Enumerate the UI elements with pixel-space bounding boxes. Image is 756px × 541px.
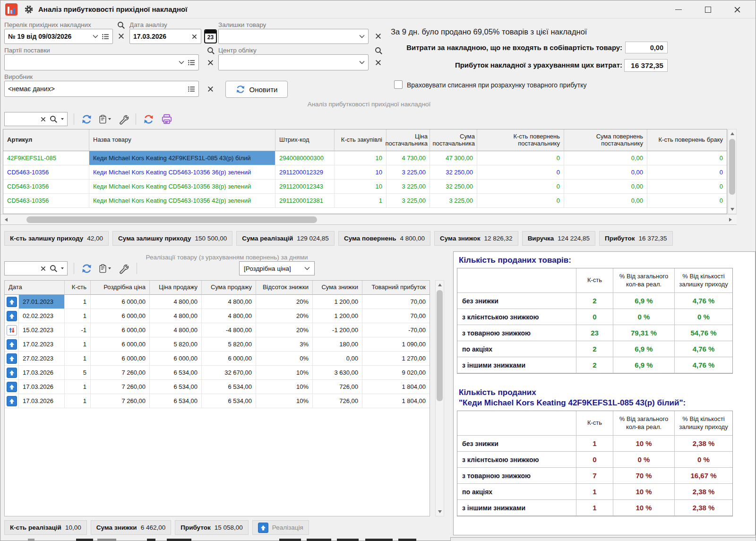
cell-discount-sum[interactable]: -1 200,00	[313, 323, 362, 337]
table-row[interactable]: 02.02.2023 1 6 000,00 4 800,00 4 800,00 …	[5, 309, 430, 323]
cell-date[interactable]: 17.02.2023	[19, 337, 65, 352]
cell-sale-price[interactable]: 6 534,00	[150, 380, 202, 394]
cell-sale-sum[interactable]: 32 670,00	[202, 366, 256, 380]
clear-search-icon[interactable]	[40, 266, 46, 272]
cell-barcode[interactable]: 2911200012329	[275, 165, 335, 180]
column-header[interactable]: Дата	[5, 281, 65, 295]
cell-article[interactable]: CD5463-10356	[3, 165, 89, 180]
cell-return-qty[interactable]: 0	[477, 180, 564, 194]
table-row[interactable]: 27.02.2023 1 6 000,00 6 000,00 6 000,00 …	[5, 352, 430, 366]
cell-qty[interactable]: -1	[65, 323, 91, 337]
cell-article[interactable]: 42F9KEFS1L-085	[3, 151, 89, 165]
cell-discount-percent[interactable]: 20%	[256, 295, 313, 309]
cell-date[interactable]: 27.01.2023	[19, 295, 65, 309]
table-row[interactable]: 27.01.2023 1 6 000,00 4 800,00 4 800,00 …	[5, 295, 430, 309]
clear-search-icon[interactable]	[40, 116, 46, 122]
cell-discount-percent[interactable]: 10%	[256, 366, 313, 380]
column-header[interactable]: Сума постачальника	[430, 129, 477, 151]
cell-sale-price[interactable]: 6 534,00	[150, 366, 202, 380]
table-row[interactable]: 15.02.2023 -1 6 000,00 4 800,00 -4 800,0…	[5, 323, 430, 337]
cell-retail-price[interactable]: 6 000,00	[91, 295, 150, 309]
cell-qty[interactable]: 5	[65, 366, 91, 380]
cell-sale-price[interactable]: 6 534,00	[150, 394, 202, 408]
table-row[interactable]: 17.03.2026 5 7 260,00 6 534,00 32 670,00…	[5, 366, 430, 380]
cell-discount-sum[interactable]: 1 200,00	[313, 309, 362, 323]
cell-qty[interactable]: 1	[65, 394, 91, 408]
cell-purchase-qty[interactable]: 10	[335, 165, 387, 180]
cell-supplier-sum[interactable]: 47 300,00	[430, 151, 477, 165]
cell-sale-price[interactable]: 5 820,00	[150, 337, 202, 352]
cell-date[interactable]: 17.03.2026	[19, 366, 65, 380]
cell-discount-sum[interactable]: 1 200,00	[313, 295, 362, 309]
table-row[interactable]: 42F9KEFS1L-085 Кеди Michael Kors Keating…	[3, 151, 727, 165]
cell-return-sum[interactable]: 0,00	[564, 151, 647, 165]
cell-discount-sum[interactable]: 180,00	[313, 337, 362, 352]
scrollbar-thumb[interactable]	[729, 139, 735, 195]
cell-purchase-qty[interactable]: 10	[335, 180, 387, 194]
chevron-down-icon[interactable]	[179, 60, 184, 64]
cell-discount-sum[interactable]: 3 630,00	[313, 366, 362, 380]
main-table-vertical-scrollbar[interactable]	[728, 129, 737, 214]
cell-product-profit[interactable]: 1 270,00	[362, 352, 430, 366]
cell-sale-sum[interactable]: 4 800,00	[202, 309, 256, 323]
cell-product-name[interactable]: Кеди Michael Kors Keating CD5463-10356 3…	[89, 165, 275, 180]
cell-article[interactable]: CD5463-10356	[3, 180, 89, 194]
sales-table-vertical-scrollbar[interactable]	[435, 280, 444, 516]
cell-defect-qty[interactable]: 0	[647, 180, 727, 194]
cell-product-profit[interactable]: 70,00	[362, 295, 430, 309]
clear-stock-icon[interactable]	[374, 32, 382, 40]
manufacturer-field[interactable]: <немає даних>	[4, 81, 199, 97]
column-header[interactable]: К-сть закупівлі	[335, 129, 387, 151]
cell-product-name[interactable]: Кеди Michael Kors Keating CD5463-10356 4…	[89, 194, 275, 208]
cell-discount-percent[interactable]: 20%	[256, 323, 313, 337]
column-header[interactable]: Ціна продажу	[150, 281, 202, 295]
cell-defect-qty[interactable]: 0	[647, 165, 727, 180]
column-header[interactable]: Назва товару	[89, 129, 275, 151]
clear-invoice-icon[interactable]	[117, 32, 125, 40]
analysis-date-field[interactable]: 17.03.2026	[129, 29, 201, 44]
clipboard-button[interactable]	[99, 262, 111, 275]
expenses-field[interactable]: 0,00	[625, 42, 668, 53]
cell-product-profit[interactable]: 70,00	[362, 309, 430, 323]
cell-date[interactable]: 02.02.2023	[19, 309, 65, 323]
cell-return-sum[interactable]: 0,00	[564, 180, 647, 194]
search-icon[interactable]	[50, 265, 58, 273]
table-row[interactable]: 17.03.2026 1 7 260,00 6 534,00 6 534,00 …	[5, 380, 430, 394]
cell-return-qty[interactable]: 0	[477, 194, 564, 208]
scrollbar-thumb[interactable]	[437, 290, 443, 401]
minimize-button[interactable]	[664, 0, 693, 18]
cell-date[interactable]: 17.03.2026	[19, 380, 65, 394]
column-header[interactable]: К-сть повернень браку	[647, 129, 727, 151]
cell-retail-price[interactable]: 6 000,00	[91, 337, 150, 352]
stock-combobox[interactable]	[218, 29, 369, 44]
cell-discount-percent[interactable]: 10%	[256, 394, 313, 408]
cell-product-name[interactable]: Кеди Michael Kors Keating CD5463-10356 3…	[89, 180, 275, 194]
scroll-up-icon[interactable]	[436, 281, 444, 289]
cell-discount-percent[interactable]: 3%	[256, 337, 313, 352]
cell-qty[interactable]: 1	[65, 295, 91, 309]
cell-discount-sum[interactable]: 726,00	[313, 394, 362, 408]
scroll-up-icon[interactable]	[728, 130, 736, 137]
cell-discount-percent[interactable]: 20%	[256, 309, 313, 323]
cell-article[interactable]: CD5463-10356	[3, 194, 89, 208]
scroll-down-icon[interactable]	[436, 508, 444, 515]
cell-sale-sum[interactable]: 6 534,00	[202, 380, 256, 394]
scrollbar-thumb[interactable]	[26, 216, 317, 223]
column-header[interactable]: Товарний прибуток	[362, 281, 430, 295]
column-header[interactable]: Штрих-код	[275, 129, 335, 151]
cell-retail-price[interactable]: 6 000,00	[91, 352, 150, 366]
column-header[interactable]: Сума повернень постачальнику	[564, 129, 647, 151]
chevron-down-icon[interactable]	[304, 266, 310, 270]
cell-retail-price[interactable]: 7 260,00	[91, 394, 150, 408]
cell-supplier-sum[interactable]: 32 250,00	[430, 180, 477, 194]
cell-sale-sum[interactable]: 6 000,00	[202, 352, 256, 366]
refresh-all-button[interactable]	[142, 113, 155, 125]
maximize-button[interactable]	[693, 0, 722, 18]
search-input[interactable]	[4, 261, 68, 275]
cell-purchase-qty[interactable]: 1	[335, 194, 387, 208]
chevron-down-icon[interactable]	[359, 60, 365, 64]
cell-product-profit[interactable]: 1 804,00	[362, 380, 430, 394]
cell-supplier-price[interactable]: 4 730,00	[387, 151, 430, 165]
cell-product-name[interactable]: Кеди Michael Kors Keating 42F9KEFS1L-085…	[89, 151, 275, 165]
cell-retail-price[interactable]: 7 260,00	[91, 380, 150, 394]
